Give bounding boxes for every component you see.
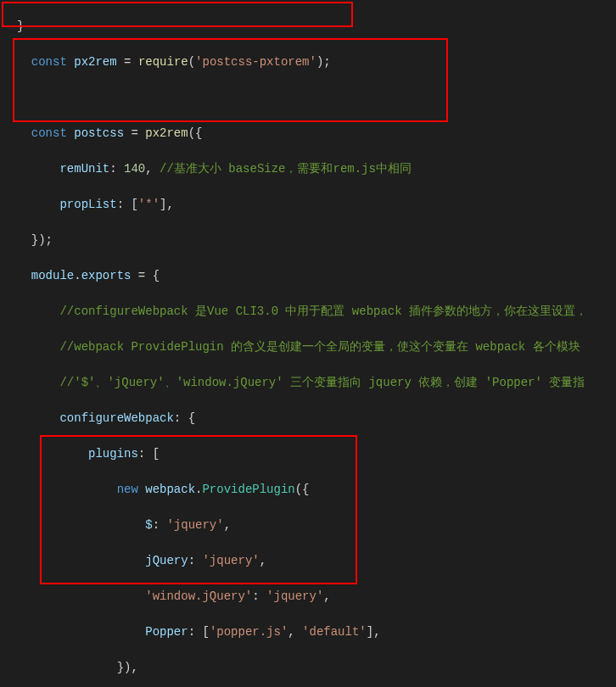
code-line: new webpack.ProvidePlugin({ (17, 481, 612, 499)
code-line: module.exports = { (17, 267, 612, 285)
code-line: //configureWebpack 是Vue CLI3.0 中用于配置 web… (17, 303, 612, 321)
code-line: jQuery: 'jquery', (17, 552, 612, 570)
code-line: const px2rem = require('postcss-pxtorem'… (17, 53, 612, 71)
code-line: 'window.jQuery': 'jquery', (17, 588, 612, 606)
code-line: remUnit: 140, //基准大小 baseSize，需要和rem.js中… (17, 160, 612, 178)
code-line: }), (17, 659, 612, 677)
code-line: }); (17, 232, 612, 249)
code-line: //'$'、'jQuery'、'window.jQuery' 三个变量指向 jq… (17, 374, 612, 392)
code-line: } (17, 18, 612, 36)
code-line: Popper: ['popper.js', 'default'], (17, 623, 612, 641)
code-line: plugins: [ (17, 445, 612, 463)
code-line: propList: ['*'], (17, 196, 612, 214)
code-editor-viewport: } const px2rem = require('postcss-pxtore… (0, 0, 616, 687)
code-line (17, 89, 612, 107)
code-line: //webpack ProvidePlugin 的含义是创建一个全局的变量，使这… (17, 338, 612, 356)
code-line: configureWebpack: { (17, 410, 612, 427)
code-line: const postcss = px2rem({ (17, 125, 612, 142)
code-block[interactable]: } const px2rem = require('postcss-pxtore… (0, 0, 616, 687)
code-line: $: 'jquery', (17, 517, 612, 534)
